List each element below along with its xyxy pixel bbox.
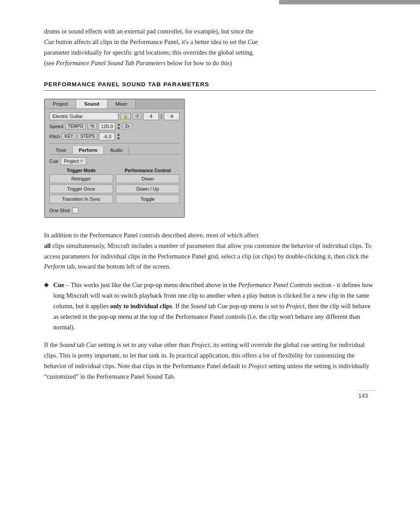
tab-sound[interactable]: Sound <box>76 100 107 108</box>
toggle-btn[interactable]: Toggle <box>116 195 180 203</box>
tab-project[interactable]: Project <box>45 100 76 108</box>
speed-label: Speed <box>49 124 63 129</box>
top-bar-decoration <box>279 0 420 4</box>
panel-body: Electric Guitar 🔒 ↺ 4 | 4 Speed TEMPO % … <box>45 109 184 217</box>
retrigger-btn[interactable]: Retrigger <box>49 174 113 183</box>
tab-mixer[interactable]: Mixer <box>107 100 136 108</box>
lock-btn[interactable]: 🔒 <box>120 113 131 119</box>
perform-italic: Perform <box>44 263 65 270</box>
key-btn[interactable]: KEY <box>62 133 76 140</box>
cue-label: Cue <box>49 159 58 164</box>
project-italic-2: Project <box>192 341 210 348</box>
speed-value[interactable]: 120.0 <box>99 122 115 130</box>
two-cols-section: Trigger Mode Retrigger Trigger Once Tran… <box>49 168 180 205</box>
section-heading: PERFORMANCE PANEL SOUND TAB PARAMETERS <box>44 81 376 91</box>
cue-dropdown-arrow: ▽ <box>80 159 83 163</box>
pitch-label: Pitch <box>49 134 60 139</box>
pitch-value[interactable]: -6.0 <box>99 133 115 140</box>
tempo-btn[interactable]: TEMPO <box>65 123 86 129</box>
cue-dropdown-value: Project <box>64 159 79 164</box>
cue-italic-2: Cue <box>248 38 258 45</box>
tab-audio[interactable]: Audio <box>104 146 129 154</box>
cue-bold-label: Cue <box>53 281 64 288</box>
top-tabs: Project Sound Mixer <box>45 100 184 109</box>
perf-panel-italic: Performance Panel Sound Tab Parameters <box>56 59 166 66</box>
2x-btn[interactable]: 2x <box>122 123 133 129</box>
perf-panel-controls-italic: Performance Panel Controls <box>238 281 312 288</box>
panel-image-wrapper: Project Sound Mixer Electric Guitar 🔒 ↺ … <box>44 99 376 218</box>
percent-btn[interactable]: % <box>88 123 97 129</box>
bullet-item-cue: ◆ Cue – This works just like the Cue pop… <box>44 280 376 333</box>
tab-perform[interactable]: Perform <box>73 146 104 154</box>
steps-btn[interactable]: STEPS <box>77 133 97 140</box>
one-shot-row: One Shot <box>49 207 180 214</box>
project-italic-3: Project <box>248 362 267 369</box>
bullet-diamond: ◆ <box>44 281 49 333</box>
speed-stepper[interactable]: ▲▼ <box>117 122 121 130</box>
tab-time[interactable]: Time <box>49 146 73 154</box>
down-up-btn[interactable]: Down / Up <box>116 184 180 193</box>
denominator: 4 <box>164 112 180 120</box>
page-number: 143 <box>358 392 376 399</box>
cue-dropdown[interactable]: Project ▽ <box>61 157 86 165</box>
pitch-row: Pitch KEY STEPS -6.0 ▲▼ <box>49 133 180 140</box>
trigger-mode-col: Trigger Mode Retrigger Trigger Once Tran… <box>49 168 113 205</box>
reset-btn[interactable]: ↺ <box>133 113 141 119</box>
instrument-name-field[interactable]: Electric Guitar <box>49 112 118 120</box>
numerator: 4 <box>143 112 159 120</box>
page-number-line <box>358 390 376 391</box>
cue-italic-1: Cue <box>44 38 54 45</box>
one-shot-checkbox[interactable] <box>72 207 78 214</box>
transition-in-sync-btn[interactable]: Transition In Sync <box>49 195 113 203</box>
main-paragraph: In addition to the Performance Panel con… <box>44 230 376 273</box>
page-number-container: 143 <box>358 390 376 399</box>
trigger-once-btn[interactable]: Trigger Once <box>49 184 113 193</box>
intro-text: drums or sound effects with an external … <box>44 26 376 69</box>
fraction-divider: | <box>161 114 162 119</box>
software-panel: Project Sound Mixer Electric Guitar 🔒 ↺ … <box>44 99 185 218</box>
cue-italic-bullet: Cue <box>132 281 142 288</box>
divider <box>49 143 180 144</box>
pitch-stepper[interactable]: ▲▼ <box>117 133 120 140</box>
project-italic: Project <box>286 302 304 310</box>
speed-row: Speed TEMPO % 120.0 ▲▼ 2x <box>49 122 180 130</box>
page: drums or sound effects with an external … <box>0 0 420 417</box>
sound-italic: Sound <box>191 302 206 310</box>
instrument-row: Electric Guitar 🔒 ↺ 4 | 4 <box>49 112 180 120</box>
all-bold: all <box>44 242 51 249</box>
bullet-section: ◆ Cue – This works just like the Cue pop… <box>44 280 376 333</box>
down-btn[interactable]: Down <box>116 174 180 183</box>
trigger-mode-label: Trigger Mode <box>49 168 113 173</box>
performance-control-col: Performance Control Down Down / Up Toggl… <box>116 168 180 205</box>
one-shot-label: One Shot <box>49 208 70 213</box>
cue-row: Cue Project ▽ <box>49 157 180 165</box>
cue-italic-3: Cue <box>86 341 96 348</box>
performance-control-label: Performance Control <box>116 168 180 173</box>
if-paragraph: If the Sound tab Cue setting is set to a… <box>44 340 376 382</box>
bullet-content-cue: Cue – This works just like the Cue pop-u… <box>53 280 376 333</box>
only-individual-clips: only to individual clips <box>110 302 172 310</box>
bottom-tabs: Time Perform Audio <box>49 146 180 155</box>
sound-italic-2: Sound <box>59 341 75 348</box>
